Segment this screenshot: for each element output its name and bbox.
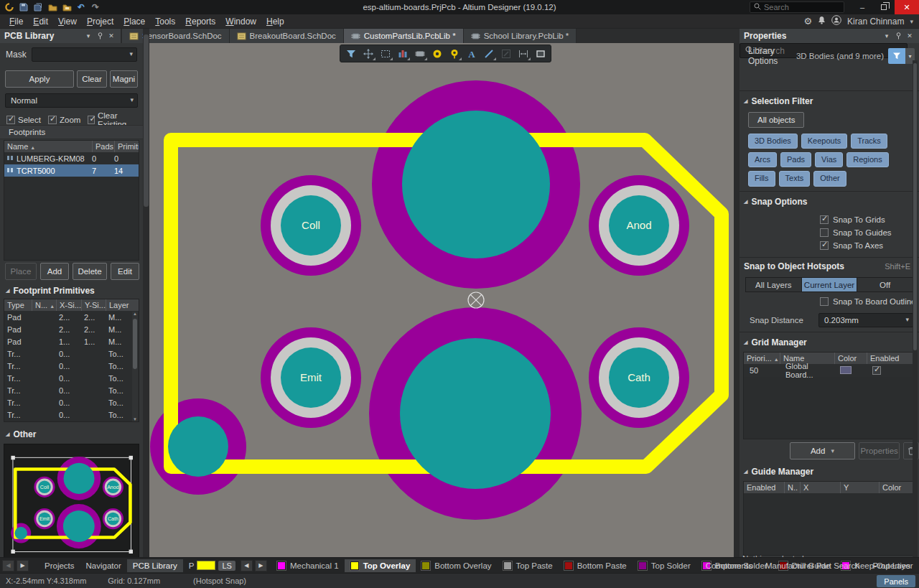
menu-help[interactable]: Help	[261, 15, 289, 28]
panels-button[interactable]: Panels	[877, 575, 915, 587]
edit-button[interactable]: Edit	[111, 263, 139, 280]
layer-tab-bottom-paste[interactable]: Bottom Paste	[559, 559, 633, 572]
grid-enabled-checkbox[interactable]	[872, 366, 881, 375]
magnify-button[interactable]: Magni	[110, 70, 138, 88]
menu-tools[interactable]: Tools	[150, 15, 180, 28]
panel-tab-properties[interactable]: Properties	[867, 559, 916, 572]
layers-scroll-right-icon[interactable]: ▶	[255, 560, 267, 571]
primitives-scrollbar[interactable]: ▲ ▼	[132, 312, 138, 421]
apply-button[interactable]: Apply	[5, 70, 74, 88]
layers-scroll-left-icon[interactable]: ◀	[241, 560, 253, 571]
filter-chip-arcs[interactable]: Arcs	[748, 152, 777, 167]
panel-tab-pcb-library[interactable]: PCB Library	[127, 559, 183, 572]
add-button[interactable]: Add	[40, 263, 69, 280]
filter-chip-tracks[interactable]: Tracks	[851, 134, 887, 149]
snap-to-guides-checkbox[interactable]: Snap To Guides	[820, 228, 919, 237]
primitive-row[interactable]: Pad2...2...M...	[4, 323, 139, 335]
clear-button[interactable]: Clear	[77, 70, 107, 88]
filter-chip-keepouts[interactable]: Keepouts	[801, 134, 847, 149]
footprints-table-header[interactable]: Name▲ Pads Primiti...	[4, 141, 139, 152]
guide-table-header[interactable]: Enabled N.. X Y Color	[744, 482, 915, 493]
user-avatar-icon[interactable]	[831, 15, 841, 27]
via-tool-icon[interactable]	[446, 46, 462, 61]
scrollbar-thumb[interactable]	[913, 63, 917, 350]
restore-button[interactable]	[873, 0, 895, 14]
line-tool-icon[interactable]	[480, 46, 497, 61]
notifications-bell-icon[interactable]	[818, 16, 826, 27]
object-filter-split-button[interactable]: ▾	[888, 48, 915, 64]
panel-tab-projects[interactable]: Projects	[39, 559, 80, 572]
component-tool-icon[interactable]	[411, 46, 428, 61]
layer-stack-tool-icon[interactable]	[394, 46, 411, 61]
footprint-preview[interactable]: Coll Anod Emit Cath	[4, 444, 139, 561]
primitives-table-header[interactable]: Type N...▲ X-Si... Y-Si... Layer	[4, 299, 139, 311]
undo-icon[interactable]: ↶	[76, 2, 86, 12]
col-pads[interactable]: Pads	[92, 141, 114, 152]
menu-project[interactable]: Project	[82, 15, 118, 28]
properties-scrollbar[interactable]	[913, 60, 918, 557]
layer-tab-top-overlay[interactable]: Top Overlay	[345, 559, 416, 572]
tabs-scroll-left-icon[interactable]: ◀	[2, 560, 14, 571]
panel-tab-manufacturer-part-search[interactable]: Manufacturer Part Search	[760, 559, 866, 572]
menu-place[interactable]: Place	[118, 15, 150, 28]
scrollbar-thumb[interactable]	[133, 319, 137, 369]
primitive-row[interactable]: Tr...0...To...	[4, 360, 139, 372]
filter-chip-fills[interactable]: Fills	[748, 171, 775, 186]
select-area-tool-icon[interactable]	[377, 46, 393, 61]
grid-add-button[interactable]: Add▾	[790, 442, 855, 459]
col-n[interactable]: N...	[35, 301, 47, 309]
mask-dropdown[interactable]	[32, 47, 137, 62]
save-all-icon[interactable]	[33, 2, 43, 12]
menu-file[interactable]: File	[4, 15, 28, 28]
zoom-checkbox[interactable]: Zoom	[48, 116, 80, 124]
primitive-row[interactable]: Tr...0...To...	[4, 372, 139, 384]
pcb-editor-canvas[interactable]: Coll Anod Emit Cath A	[149, 43, 734, 557]
primitive-row[interactable]: Pad1...1...M...	[4, 335, 139, 347]
filter-funnel-icon[interactable]	[888, 48, 905, 64]
snap-to-board-outline-checkbox[interactable]: Snap To Board Outline	[820, 297, 919, 306]
grid-row-global-board[interactable]: 50 Global Board...	[744, 364, 915, 377]
user-name[interactable]: Kiran Chinnam	[847, 17, 904, 27]
col-layer[interactable]: Layer	[106, 299, 139, 311]
delete-button[interactable]: Delete	[73, 263, 107, 280]
active-layer-color-swatch[interactable]	[197, 561, 215, 570]
footprint-drawing[interactable]: Coll Anod Emit Cath	[149, 43, 734, 557]
primitive-row[interactable]: Tr...0...To...	[4, 384, 139, 396]
grid-manager-header[interactable]: ◢ Grid Manager	[740, 337, 919, 347]
scroll-down-icon[interactable]: ▼	[132, 417, 138, 421]
open-document-icon[interactable]	[62, 2, 72, 12]
doc-tab-sensorboard[interactable]: SensorBoard.SchDoc	[122, 29, 230, 43]
filter-chip-vias[interactable]: Vias	[815, 152, 843, 167]
guide-manager-header[interactable]: ◢ Guide Manager	[740, 467, 919, 477]
segment-all-layers[interactable]: All Layers	[746, 278, 801, 291]
footprint-primitives-header[interactable]: ◢ Footprint Primitives	[0, 286, 143, 296]
redo-icon[interactable]: ↷	[90, 2, 101, 12]
col-primitives[interactable]: Primiti...	[114, 141, 139, 152]
save-icon[interactable]	[19, 2, 29, 12]
panel-tab-navigator[interactable]: Navigator	[80, 559, 127, 572]
panel-tab-partial[interactable]: P	[183, 559, 195, 572]
doc-tab-custompartslib[interactable]: CustomPartsLib.PcbLib *	[344, 29, 464, 43]
list-mode-dropdown[interactable]: Normal	[5, 93, 138, 108]
menu-view[interactable]: View	[53, 15, 82, 28]
pin-icon[interactable]	[893, 32, 903, 39]
segment-off[interactable]: Off	[857, 278, 913, 291]
snap-options-header[interactable]: ◢ Snap Options	[740, 197, 919, 207]
snap-distance-dropdown[interactable]: 0.203mm	[818, 313, 913, 327]
filter-tool-icon[interactable]	[342, 46, 359, 61]
layer-sets-button[interactable]: LS	[218, 561, 235, 571]
close-icon[interactable]: ✕	[905, 32, 915, 39]
minimize-button[interactable]: –	[852, 0, 873, 14]
col-ysize[interactable]: Y-Si...	[81, 299, 106, 311]
close-button[interactable]: ✕	[895, 0, 919, 14]
layer-tab-top-solder[interactable]: Top Solder	[633, 559, 696, 572]
grid-color-swatch[interactable]	[840, 366, 852, 374]
doc-tab-school-library[interactable]: School Library.PcbLib *	[464, 29, 577, 43]
other-section-header[interactable]: ◢ Other	[0, 429, 143, 439]
filter-chip-other[interactable]: Other	[813, 171, 846, 186]
all-objects-button[interactable]: All objects	[748, 112, 804, 128]
region-tool-icon[interactable]	[532, 46, 549, 61]
filter-chip-regions[interactable]: Regions	[846, 152, 888, 167]
left-panel-scrollbar[interactable]	[143, 29, 149, 557]
segment-current-layer[interactable]: Current Layer	[801, 278, 857, 291]
